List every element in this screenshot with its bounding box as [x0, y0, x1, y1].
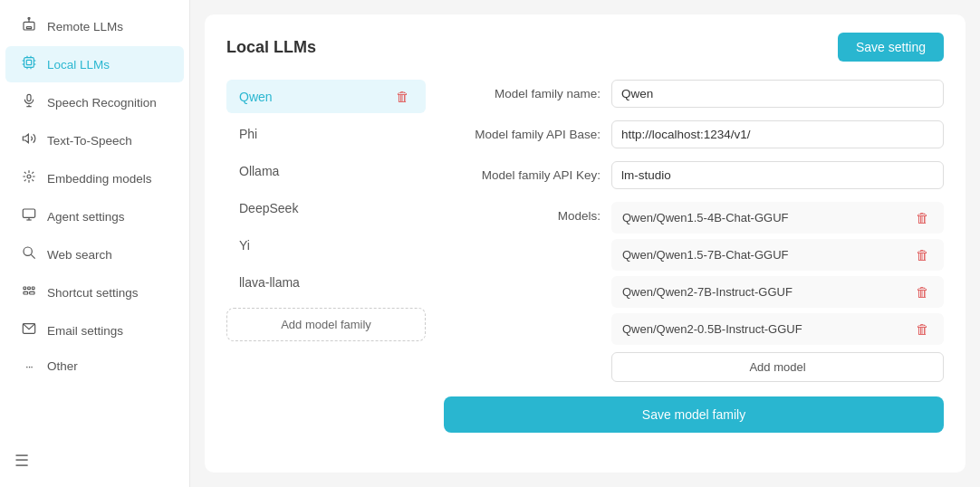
svg-rect-24 — [28, 287, 31, 290]
svg-rect-13 — [27, 94, 31, 100]
family-item-deepseek[interactable]: DeepSeek 🗑 — [226, 191, 426, 224]
mic-icon — [20, 93, 38, 111]
sidebar: Remote LLMs Local LLMs Speech Recognitio… — [0, 0, 190, 487]
add-model-button[interactable]: Add model — [611, 352, 944, 382]
svg-rect-18 — [23, 209, 34, 217]
model-item-2: Qwen/Qwen2-7B-Instruct-GGUF 🗑 — [611, 276, 944, 308]
sidebar-item-remote-llms[interactable]: Remote LLMs — [5, 8, 184, 44]
delete-qwen-button[interactable]: 🗑 — [392, 87, 413, 106]
main-content: Local LLMs Save setting Qwen 🗑 Phi 🗑 Oll… — [190, 0, 980, 487]
robot-icon — [20, 17, 38, 35]
api-key-label: Model family API Key: — [444, 168, 611, 182]
family-name: DeepSeek — [239, 201, 298, 215]
sidebar-item-label: Embedding models — [47, 172, 152, 186]
svg-rect-4 — [26, 60, 31, 64]
sidebar-item-email-settings[interactable]: Email settings — [5, 312, 184, 349]
add-family-button[interactable]: Add model family — [226, 308, 426, 341]
sidebar-item-label: Remote LLMs — [47, 20, 123, 33]
model-item-0: Qwen/Qwen1.5-4B-Chat-GGUF 🗑 — [611, 202, 944, 234]
delete-model-2-button[interactable]: 🗑 — [912, 282, 933, 301]
sidebar-item-label: Agent settings — [47, 210, 125, 224]
svg-rect-26 — [24, 291, 28, 294]
delete-model-0-button[interactable]: 🗑 — [912, 208, 933, 227]
family-name: Yi — [239, 238, 250, 253]
save-setting-button[interactable]: Save setting — [838, 33, 944, 62]
model-name: Qwen/Qwen1.5-7B-Chat-GGUF — [622, 248, 789, 262]
family-name-row: Model family name: — [444, 80, 944, 108]
delete-model-1-button[interactable]: 🗑 — [912, 245, 933, 264]
sidebar-item-label: Shortcut settings — [47, 286, 139, 300]
family-item-ollama[interactable]: Ollama 🗑 — [226, 154, 426, 187]
family-item-llava-llama[interactable]: llava-llama 🗑 — [226, 265, 426, 299]
api-base-input[interactable] — [611, 120, 944, 148]
model-name: Qwen/Qwen2-0.5B-Instruct-GGUF — [622, 322, 802, 336]
models-row: Models: Qwen/Qwen1.5-4B-Chat-GGUF 🗑 Qwen… — [444, 202, 944, 382]
model-name: Qwen/Qwen1.5-4B-Chat-GGUF — [622, 211, 789, 224]
sidebar-item-label: Local LLMs — [47, 58, 110, 72]
menu-toggle[interactable]: ☰ — [0, 442, 189, 480]
sidebar-item-label: Email settings — [47, 324, 123, 338]
models-label: Models: — [444, 202, 611, 223]
two-column-layout: Qwen 🗑 Phi 🗑 Ollama 🗑 DeepSeek 🗑 Yi — [226, 80, 944, 451]
sidebar-item-agent-settings[interactable]: Agent settings — [5, 198, 184, 234]
family-name: Ollama — [239, 164, 279, 178]
shortcut-icon — [20, 283, 38, 301]
sidebar-item-label: Web search — [47, 248, 112, 262]
families-panel: Qwen 🗑 Phi 🗑 Ollama 🗑 DeepSeek 🗑 Yi — [226, 80, 426, 451]
model-item-3: Qwen/Qwen2-0.5B-Instruct-GGUF 🗑 — [611, 313, 944, 345]
api-key-input[interactable] — [611, 161, 944, 189]
sidebar-item-label: Speech Recognition — [47, 96, 157, 110]
model-item-1: Qwen/Qwen1.5-7B-Chat-GGUF 🗑 — [611, 239, 944, 271]
model-name: Qwen/Qwen2-7B-Instruct-GGUF — [622, 285, 793, 299]
svg-rect-23 — [24, 287, 26, 290]
sidebar-item-embedding-models[interactable]: Embedding models — [5, 160, 184, 196]
api-key-row: Model family API Key: — [444, 161, 944, 189]
sidebar-item-speech-recognition[interactable]: Speech Recognition — [5, 84, 184, 120]
menu-icon: ☰ — [14, 452, 29, 470]
sidebar-item-label: Other — [47, 359, 78, 373]
family-item-yi[interactable]: Yi 🗑 — [226, 228, 426, 262]
family-name: llava-llama — [239, 275, 300, 290]
family-name-input[interactable] — [611, 80, 944, 108]
card-header: Local LLMs Save setting — [226, 33, 944, 62]
speaker-icon — [20, 131, 38, 149]
content-card: Local LLMs Save setting Qwen 🗑 Phi 🗑 Oll… — [205, 14, 966, 473]
sidebar-item-text-to-speech[interactable]: Text-To-Speech — [5, 122, 184, 158]
family-name: Qwen — [239, 90, 273, 104]
family-item-phi[interactable]: Phi 🗑 — [226, 117, 426, 150]
svg-rect-3 — [24, 58, 34, 68]
sidebar-item-label: Text-To-Speech — [47, 134, 132, 148]
save-family-button[interactable]: Save model family — [444, 396, 944, 433]
models-list: Qwen/Qwen1.5-4B-Chat-GGUF 🗑 Qwen/Qwen1.5… — [611, 202, 944, 382]
sidebar-item-web-search[interactable]: Web search — [5, 236, 184, 272]
sidebar-item-other[interactable]: ··· Other — [5, 350, 184, 382]
svg-rect-27 — [30, 291, 34, 294]
family-name-label: Model family name: — [444, 87, 611, 100]
svg-line-22 — [31, 254, 34, 258]
search-icon — [20, 245, 38, 263]
detail-panel: Model family name: Model family API Base… — [444, 80, 944, 451]
other-icon: ··· — [20, 359, 38, 373]
family-name: Phi — [239, 127, 257, 141]
email-icon — [20, 321, 38, 339]
svg-rect-25 — [32, 287, 34, 290]
sidebar-item-shortcut-settings[interactable]: Shortcut settings — [5, 274, 184, 310]
svg-point-21 — [24, 247, 32, 255]
svg-rect-2 — [26, 27, 31, 29]
sidebar-item-local-llms[interactable]: Local LLMs — [5, 46, 184, 82]
family-item-qwen[interactable]: Qwen 🗑 — [226, 80, 426, 113]
delete-model-3-button[interactable]: 🗑 — [912, 320, 933, 339]
page-title: Local LLMs — [226, 38, 316, 57]
cpu-icon — [20, 55, 38, 73]
svg-point-17 — [27, 175, 31, 178]
api-base-label: Model family API Base: — [444, 128, 611, 141]
api-base-row: Model family API Base: — [444, 120, 944, 148]
embed-icon — [20, 169, 38, 187]
svg-marker-16 — [23, 134, 28, 142]
agent-icon — [20, 207, 38, 225]
